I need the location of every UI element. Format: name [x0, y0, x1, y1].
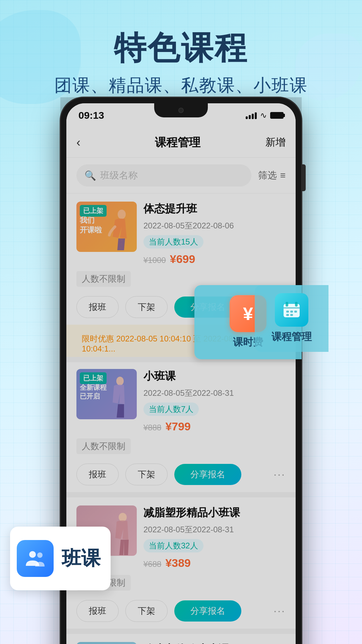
more-button-3[interactable]: ···: [274, 605, 286, 617]
share-button-3[interactable]: 分享报名: [174, 600, 241, 622]
students-count: 当前人数15人: [143, 235, 203, 249]
popup-card-course-mgmt[interactable]: 课程管理: [255, 285, 328, 352]
course-info-3: 减脂塑形精品小班课 2022-08-05至2022-08-31 当前人数32人 …: [143, 505, 286, 570]
filter-button[interactable]: 筛选 ≡: [258, 169, 286, 182]
search-box[interactable]: 🔍 班级名称: [76, 164, 251, 186]
person-group-icon: [25, 548, 45, 569]
svg-rect-12: [290, 314, 293, 316]
course-image-2: 已上架 全新课程已开启: [76, 369, 137, 419]
course-info: 体态提升班 2022-08-05至2022-08-06 当前人数15人 ¥100…: [143, 202, 286, 266]
svg-point-0: [118, 210, 126, 219]
search-area: 🔍 班级名称 筛选 ≡: [66, 158, 296, 194]
course-price-3: ¥688 ¥389: [143, 556, 286, 570]
svg-rect-11: [286, 314, 289, 316]
float-badge: 班课: [10, 527, 111, 590]
course-name-3: 减脂塑形精品小班课: [143, 505, 286, 520]
course-info-2: 小班课 2022-08-05至2022-08-31 当前人数7人 ¥888 ¥7…: [143, 369, 286, 433]
course-date: 2022-08-05至2022-08-06: [143, 220, 286, 231]
original-price-2: ¥888: [143, 423, 161, 432]
svg-rect-8: [286, 311, 289, 313]
card-top-4: 已上架 瑜小九体验小班课: [76, 642, 286, 644]
svg-point-14: [37, 552, 43, 558]
current-price-3: ¥389: [165, 556, 191, 570]
svg-rect-10: [294, 311, 297, 313]
status-icons: ∿: [246, 111, 284, 120]
course-name-4: 瑜小九体验小班课: [143, 642, 286, 644]
signal-icon: [246, 112, 257, 119]
search-icon: 🔍: [84, 170, 96, 181]
register-button-3[interactable]: 报班: [76, 600, 119, 622]
camera-dot: [178, 108, 184, 113]
svg-rect-6: [295, 302, 298, 307]
course-price: ¥1000 ¥699: [143, 253, 286, 266]
nav-bar: ‹ 课程管理 新增: [66, 127, 296, 158]
register-button[interactable]: 报班: [76, 296, 119, 318]
course-image-inner-4: 已上架: [76, 642, 137, 644]
battery-icon: [270, 112, 284, 119]
badge-text-2: 全新课程已开启: [80, 383, 107, 400]
online-badge: 已上架: [80, 205, 107, 217]
card-top: 已上架 我们开课啦: [76, 202, 286, 266]
svg-rect-9: [290, 311, 293, 313]
current-price: ¥699: [170, 253, 195, 266]
svg-point-1: [116, 377, 124, 385]
filter-label: 筛选: [258, 169, 277, 182]
main-title: 特色课程: [0, 27, 362, 70]
search-placeholder: 班级名称: [100, 169, 138, 182]
course-price-2: ¥888 ¥799: [143, 420, 286, 433]
course-date-2: 2022-08-05至2022-08-31: [143, 388, 286, 398]
card-top-2: 已上架 全新课程已开启 小班课: [76, 369, 286, 433]
course-date-3: 2022-08-05至2022-08-31: [143, 524, 286, 535]
students-count-2: 当前人数7人: [143, 402, 199, 416]
register-button-2[interactable]: 报班: [76, 464, 119, 485]
wifi-icon: ∿: [260, 111, 267, 120]
badge-text: 我们开课啦: [80, 216, 102, 235]
svg-rect-7: [284, 307, 300, 309]
course-mgmt-icon-wrap: [275, 293, 308, 327]
svg-rect-5: [286, 302, 288, 307]
offline-button-2[interactable]: 下架: [125, 464, 168, 485]
course-card-2: 已上架 全新课程已开启 小班课: [66, 362, 296, 492]
original-price: ¥1000: [143, 256, 166, 265]
original-price-3: ¥688: [143, 559, 161, 569]
course-image: 已上架 我们开课啦: [76, 202, 137, 252]
capacity-tag: 人数不限制: [76, 271, 131, 287]
notch: [154, 103, 208, 117]
header-section: 特色课程 团课、精品课、私教课、小班课: [0, 27, 362, 97]
float-badge-text: 班课: [62, 545, 101, 572]
popup-label-course-mgmt: 课程管理: [272, 330, 312, 344]
add-button[interactable]: 新增: [259, 136, 286, 149]
students-count-3: 当前人数32人: [143, 539, 203, 552]
svg-point-13: [29, 551, 36, 558]
more-button-2[interactable]: ···: [274, 468, 286, 481]
online-badge-2: 已上架: [80, 372, 107, 384]
card-actions-3: 报班 下架 分享报名 ···: [76, 600, 286, 622]
capacity-tag-2: 人数不限制: [76, 438, 131, 454]
float-icon: [17, 540, 54, 577]
card-actions-2: 报班 下架 分享报名 ···: [76, 464, 286, 485]
offline-button-3[interactable]: 下架: [125, 600, 168, 622]
course-name-2: 小班课: [143, 369, 286, 384]
course-image-inner: 已上架 我们开课啦: [76, 202, 137, 252]
course-name: 体态提升班: [143, 202, 286, 216]
status-bar: 09:13 ∿: [66, 103, 296, 127]
svg-point-2: [119, 513, 127, 522]
sub-title: 团课、精品课、私教课、小班课: [0, 74, 362, 97]
course-image-inner-2: 已上架 全新课程已开启: [76, 369, 137, 419]
back-button[interactable]: ‹: [76, 136, 97, 150]
status-time: 09:13: [78, 110, 104, 121]
page-title: 课程管理: [97, 135, 259, 150]
course-image-4: 已上架: [76, 642, 137, 644]
yen-icon: ¥: [243, 303, 253, 324]
course-card-4: 已上架 瑜小九体验小班课: [66, 634, 296, 644]
offline-button[interactable]: 下架: [125, 296, 168, 318]
course-info-4: 瑜小九体验小班课 2022-08-05至2022-08-10 当前人数... ¥…: [143, 642, 286, 644]
current-price-2: ¥799: [165, 420, 191, 433]
filter-icon: ≡: [280, 170, 286, 181]
share-button-2[interactable]: 分享报名: [174, 464, 241, 485]
calendar-icon: [282, 300, 302, 320]
